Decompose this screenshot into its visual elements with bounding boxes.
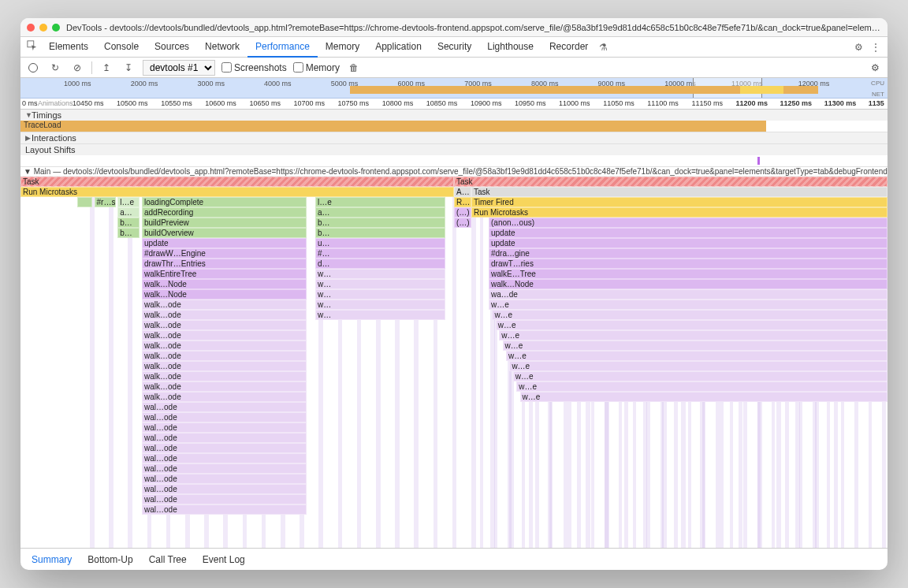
flame-entry[interactable]: l…e (117, 197, 140, 207)
flame-chart[interactable]: TaskRun Microtasks#r…sl…ea…b…b…loadingCo… (20, 177, 888, 548)
flame-entry[interactable]: w… (315, 279, 445, 289)
inspect-icon[interactable] (24, 40, 41, 54)
flame-entry[interactable]: walk…ode (142, 371, 307, 381)
flame-entry[interactable]: Timer Fired (471, 197, 888, 207)
flame-entry[interactable]: #r…s (95, 197, 117, 207)
minimize-icon[interactable] (39, 24, 47, 32)
flame-entry[interactable]: wal…ode (142, 433, 307, 443)
flame-entry[interactable]: w…e (513, 371, 888, 381)
flame-entry[interactable]: buildOverview (142, 228, 307, 238)
tab-application[interactable]: Application (367, 37, 430, 58)
reload-record-button[interactable]: ↻ (47, 60, 63, 76)
flame-entry[interactable]: drawT…ries (489, 259, 888, 269)
flame-entry[interactable]: update (489, 238, 888, 248)
delete-button[interactable]: 🗑 (346, 60, 362, 76)
flame-entry[interactable]: walk…ode (142, 351, 307, 361)
tab-security[interactable]: Security (430, 37, 479, 58)
profile-select[interactable]: devtools #1 (143, 60, 215, 76)
settings-gear-icon[interactable]: ⚙ (867, 60, 883, 76)
flame-entry[interactable]: Task (20, 177, 454, 187)
flame-entry[interactable]: R… (454, 197, 471, 207)
tab-console[interactable]: Console (96, 37, 147, 58)
details-tab-summary[interactable]: Summary (24, 549, 80, 571)
flame-entry[interactable]: Task (454, 177, 888, 187)
flame-entry[interactable]: w…e (496, 320, 888, 330)
details-tab-event-log[interactable]: Event Log (195, 549, 253, 571)
flame-entry[interactable]: walk…Node (142, 279, 307, 289)
save-button[interactable]: ↧ (121, 60, 136, 76)
flame-entry[interactable]: b… (315, 218, 445, 228)
tab-performance[interactable]: Performance (247, 37, 318, 58)
flame-entry[interactable]: walk…ode (142, 341, 307, 351)
timings-header[interactable]: ▼Timings (20, 110, 888, 121)
flame-entry[interactable]: buildPreview (142, 218, 307, 228)
flame-entry[interactable]: wal…ode (142, 474, 307, 484)
flame-entry[interactable]: wal…ode (142, 504, 307, 515)
flame-entry[interactable]: w… (315, 310, 445, 320)
flame-entry[interactable]: wal…ode (142, 443, 307, 453)
layout-shifts-header[interactable]: Layout Shifts (20, 144, 888, 155)
flame-entry[interactable]: w…e (499, 330, 888, 341)
flame-entry[interactable]: b… (117, 228, 140, 238)
flame-entry[interactable]: b… (315, 228, 445, 238)
tab-network[interactable]: Network (197, 37, 247, 58)
flame-entry[interactable]: b… (117, 218, 140, 228)
flame-entry[interactable]: walkEntireTree (142, 269, 307, 279)
flame-entry[interactable]: #drawW…Engine (142, 248, 307, 259)
flame-entry[interactable]: update (489, 228, 888, 238)
flame-entry[interactable]: walk…ode (142, 310, 307, 320)
settings-icon[interactable]: ⚙ (850, 42, 867, 53)
flame-entry[interactable]: drawThr…Entries (142, 259, 307, 269)
flame-entry[interactable]: walk…ode (142, 320, 307, 330)
flame-entry[interactable]: #… (315, 248, 445, 259)
flame-entry[interactable]: l…e (315, 197, 445, 207)
timeline-overview[interactable]: 1000 ms2000 ms3000 ms4000 ms5000 ms6000 … (20, 78, 888, 99)
flame-entry[interactable]: wal…ode (142, 422, 307, 433)
tab-lighthouse[interactable]: Lighthouse (479, 37, 541, 58)
more-icon[interactable]: ⋮ (867, 42, 884, 53)
flame-entry[interactable]: (anon…ous) (489, 218, 888, 228)
flame-entry[interactable]: wal…ode (142, 453, 307, 463)
record-button[interactable] (25, 60, 41, 76)
flame-entry[interactable]: #dra…gine (489, 248, 888, 259)
load-button[interactable]: ↥ (99, 60, 114, 76)
flame-entry[interactable]: wal…ode (142, 494, 307, 504)
flame-entry[interactable]: Task (471, 187, 888, 197)
flame-entry[interactable]: walk…ode (142, 392, 307, 402)
flame-entry[interactable]: loadingComplete (142, 197, 307, 207)
flame-entry[interactable]: walk…ode (142, 300, 307, 310)
flame-entry[interactable]: addRecording (142, 207, 307, 218)
screenshots-checkbox[interactable]: Screenshots (221, 62, 287, 73)
flame-entry[interactable]: walk…Node (142, 289, 307, 300)
close-icon[interactable] (27, 24, 35, 32)
flame-entry[interactable]: a… (117, 207, 140, 218)
tab-memory[interactable]: Memory (318, 37, 367, 58)
flame-entry[interactable]: wal…ode (142, 484, 307, 494)
trace-load-bar[interactable]: TraceLoad (20, 121, 766, 132)
flame-entry[interactable]: Run Microtasks (471, 207, 888, 218)
flame-entry[interactable]: wa…de (489, 289, 888, 300)
flame-entry[interactable]: u… (315, 238, 445, 248)
interactions-header[interactable]: ▶Interactions (20, 132, 888, 143)
flame-entry[interactable]: wal…ode (142, 402, 307, 412)
tab-recorder[interactable]: Recorder (541, 37, 596, 58)
detail-ruler[interactable]: 0 ms Animations 10450 ms10500 ms10550 ms… (20, 99, 888, 110)
flame-entry[interactable]: w… (315, 300, 445, 310)
flame-entry[interactable]: w…e (506, 351, 888, 361)
memory-checkbox[interactable]: Memory (293, 62, 340, 73)
flame-entry[interactable]: w… (315, 289, 445, 300)
flame-entry[interactable]: walkE…Tree (489, 269, 888, 279)
flame-entry[interactable]: walk…ode (142, 381, 307, 392)
flame-entry[interactable]: w…e (489, 300, 888, 310)
flame-entry[interactable]: walk…Node (489, 279, 888, 289)
flame-entry[interactable]: wal…ode (142, 412, 307, 422)
flame-entry[interactable]: (…) (454, 207, 471, 218)
tab-sources[interactable]: Sources (147, 37, 197, 58)
flame-entry[interactable]: update (142, 238, 307, 248)
flame-entry[interactable]: wal…ode (142, 463, 307, 474)
flame-entry[interactable]: w… (315, 269, 445, 279)
flame-entry[interactable]: (…) (454, 218, 471, 228)
flame-entry[interactable]: d… (315, 259, 445, 269)
flame-entry[interactable]: w…e (492, 310, 888, 320)
main-thread-header[interactable]: ▼ Main — devtools://devtools/bundled/dev… (20, 167, 888, 177)
